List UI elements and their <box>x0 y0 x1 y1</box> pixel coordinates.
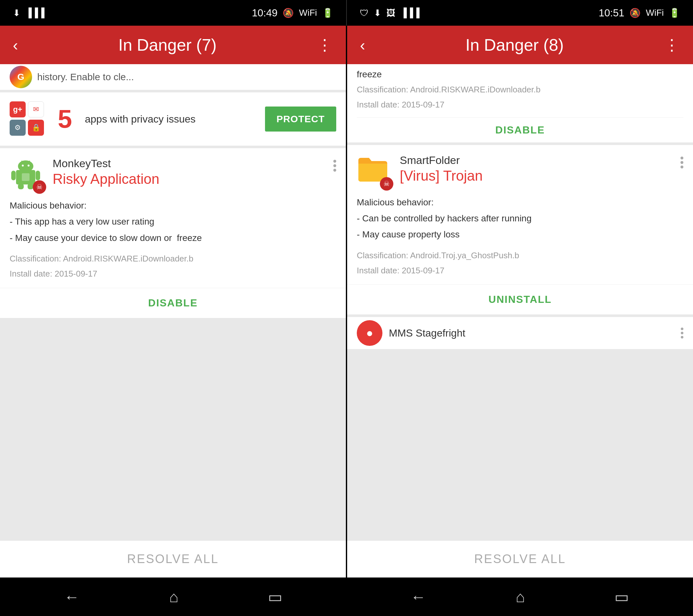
settings-icon: ⚙ <box>9 120 26 136</box>
svg-point-2 <box>22 164 24 166</box>
right-back-button[interactable]: ‹ <box>360 36 365 54</box>
wifi-icon-left: WiFi <box>299 8 317 18</box>
privacy-issues-text: apps with privacy issues <box>85 112 259 126</box>
top-disable-button[interactable]: DISABLE <box>495 124 545 136</box>
monkey-action: DISABLE <box>0 288 346 318</box>
image-icon-right: 🖼 <box>386 8 395 18</box>
lock-icon: 🔒 <box>28 120 44 136</box>
left-phone-content: G history. Enable to cle... g+ ✉ ⚙ 🔒 5 a… <box>0 64 346 577</box>
top-partial-freeze: freeze <box>357 69 684 80</box>
bars-icon-right: ▐▐▐ <box>400 8 420 18</box>
mute-icon-right: 🔕 <box>630 8 641 18</box>
svg-point-3 <box>27 164 29 166</box>
left-header: ‹ In Danger (7) ⋮ <box>0 26 346 64</box>
mms-dots[interactable] <box>681 327 684 338</box>
left-bottom-nav: ← ⌂ ▭ <box>0 577 346 616</box>
left-back-button[interactable]: ‹ <box>13 36 18 54</box>
right-resolve-all-button[interactable]: RESOLVE ALL <box>359 552 681 566</box>
folder-card-dots[interactable] <box>680 154 684 168</box>
folder-icon-wrap: ☠ <box>357 154 392 189</box>
google-partial-icon: G <box>9 66 32 88</box>
battery-icon-right: 🔋 <box>669 8 680 18</box>
mms-icon: ● <box>357 320 382 346</box>
folder-app-name: SmartFolder <box>400 154 673 166</box>
svg-rect-6 <box>11 171 16 180</box>
folder-threat-status: [Virus] Trojan <box>400 168 673 184</box>
privacy-card: g+ ✉ ⚙ 🔒 5 apps with privacy issues PROT… <box>0 93 346 146</box>
skull-badge-folder: ☠ <box>380 177 393 191</box>
skull-badge-monkey: ☠ <box>33 180 46 194</box>
smartfolder-card: ☠ SmartFolder [Virus] Trojan <box>347 145 693 315</box>
protect-button[interactable]: PROTECT <box>265 106 336 132</box>
right-status-bar: 🛡 ⬇ 🖼 ▐▐▐ 10:51 🔕 WiFi 🔋 <box>347 0 693 26</box>
privacy-count: 5 <box>58 104 72 134</box>
top-partial-action: DISABLE <box>357 117 684 142</box>
gplus-icon: g+ <box>9 101 26 117</box>
right-recents-nav-icon[interactable]: ▭ <box>614 588 629 606</box>
threat-info-monkey: MonkeyTest Risky Application <box>53 157 325 187</box>
bottom-navigation: ← ⌂ ▭ ← ⌂ ▭ <box>0 577 693 616</box>
app-icons-grid: g+ ✉ ⚙ 🔒 <box>9 101 45 137</box>
history-partial-text: history. Enable to cle... <box>37 72 134 82</box>
top-partial-classification: Classification: Android.RISKWARE.iDownlo… <box>357 82 684 112</box>
gmail-icon: ✉ <box>28 101 44 117</box>
right-resolve-all-footer: RESOLVE ALL <box>347 540 693 577</box>
time-right: 10:51 <box>599 7 624 19</box>
left-status-bar: ⬇ ▐▐▐ 10:49 🔕 WiFi 🔋 <box>0 0 346 26</box>
folder-details-title: Malicious behavior: <box>357 197 434 207</box>
monkey-details-title: Malicious behavior: <box>9 200 87 211</box>
mms-partial-card: ● MMS Stagefright <box>347 317 693 349</box>
monkey-threat-meta: Classification: Android.RISKWARE.iDownlo… <box>9 251 336 281</box>
right-header-title: In Danger (8) <box>378 35 651 55</box>
right-menu-button[interactable]: ⋮ <box>664 36 680 54</box>
mms-text: MMS Stagefright <box>389 327 465 339</box>
monkey-app-name: MonkeyTest <box>53 157 325 170</box>
status-bars-row: ⬇ ▐▐▐ 10:49 🔕 WiFi 🔋 🛡 ⬇ 🖼 ▐▐▐ 10:51 🔕 W… <box>0 0 693 26</box>
android-icon-wrap: ☠ <box>9 157 45 193</box>
left-recents-nav-icon[interactable]: ▭ <box>268 588 282 606</box>
monkeytest-card: ☠ MonkeyTest Risky Application <box>0 148 346 318</box>
monkey-disable-button[interactable]: DISABLE <box>148 297 198 309</box>
time-left: 10:49 <box>252 7 278 19</box>
right-phone-content: freeze Classification: Android.RISKWARE.… <box>347 64 693 577</box>
right-phone-screen: ‹ In Danger (8) ⋮ freeze Classification:… <box>347 26 693 577</box>
folder-uninstall-button[interactable]: UNINSTALL <box>489 294 552 305</box>
svg-rect-8 <box>18 183 24 189</box>
right-bottom-nav: ← ⌂ ▭ <box>346 577 693 616</box>
left-header-title: In Danger (7) <box>31 35 304 55</box>
download-icon-right: ⬇ <box>374 8 381 18</box>
right-back-nav-icon[interactable]: ← <box>411 588 426 606</box>
folder-threat-details: Malicious behavior: - Can be controlled … <box>357 194 684 243</box>
monkey-card-dots[interactable] <box>333 157 336 172</box>
history-partial-card: G history. Enable to cle... <box>0 64 346 90</box>
folder-action: UNINSTALL <box>347 284 693 314</box>
bars-icon-left: ▐▐▐ <box>25 8 45 18</box>
mute-icon-left: 🔕 <box>283 8 294 18</box>
left-home-nav-icon[interactable]: ⌂ <box>169 588 178 606</box>
top-partial-right: freeze Classification: Android.RISKWARE.… <box>347 64 693 142</box>
left-menu-button[interactable]: ⋮ <box>317 36 333 54</box>
left-phone-screen: ‹ In Danger (7) ⋮ G history. Enable to c… <box>0 26 346 577</box>
battery-icon-left: 🔋 <box>322 8 333 18</box>
left-resolve-all-footer: RESOLVE ALL <box>0 540 346 577</box>
svg-rect-7 <box>36 171 40 180</box>
folder-threat-meta: Classification: Android.Troj.ya_GhostPus… <box>357 248 684 278</box>
shield-icon-right: 🛡 <box>360 8 369 18</box>
wifi-icon-right: WiFi <box>646 8 664 18</box>
monkey-threat-status: Risky Application <box>53 171 325 187</box>
svg-rect-10 <box>22 173 29 181</box>
right-home-nav-icon[interactable]: ⌂ <box>516 588 525 606</box>
threat-info-folder: SmartFolder [Virus] Trojan <box>400 154 673 184</box>
monkey-threat-details: Malicious behavior: - This app has a ver… <box>9 198 336 246</box>
notification-icon-left: ⬇ <box>13 8 20 18</box>
right-header: ‹ In Danger (8) ⋮ <box>347 26 693 64</box>
left-resolve-all-button[interactable]: RESOLVE ALL <box>12 552 334 566</box>
left-back-nav-icon[interactable]: ← <box>64 588 80 606</box>
svg-point-1 <box>18 160 33 172</box>
